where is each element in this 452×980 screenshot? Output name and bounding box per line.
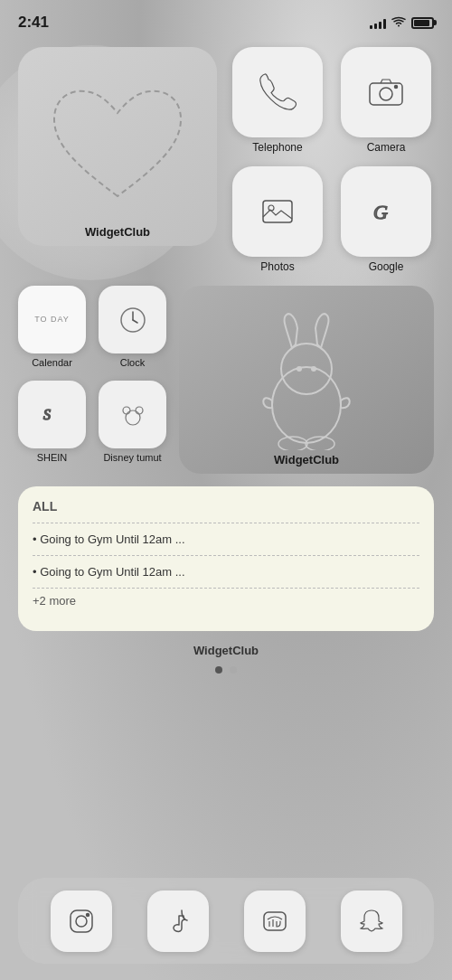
notes-widget[interactable]: ALL • Going to Gym Until 12am ... • Goin… [18, 486, 434, 631]
telephone-icon-box[interactable] [232, 47, 323, 137]
dock [18, 878, 434, 964]
svg-point-4 [395, 86, 398, 89]
google-app[interactable]: G Google [338, 166, 434, 273]
disney-app[interactable]: Disney tumut [99, 381, 166, 463]
status-icons [370, 16, 434, 29]
heart-widget-label: WidgetClub [85, 225, 150, 239]
svg-point-14 [281, 344, 332, 394]
app-col-right: Camera G Google [338, 47, 434, 273]
line-app[interactable] [244, 890, 306, 952]
page-dot-2 [230, 666, 237, 674]
rabbit-widget-label: WidgetClub [274, 453, 339, 466]
page-dot-1 [215, 666, 222, 674]
status-bar: 2:41 [0, 0, 452, 40]
photos-icon-box[interactable] [232, 166, 323, 257]
telephone-label: Telephone [252, 141, 302, 154]
svg-point-3 [380, 88, 392, 100]
snapchat-app[interactable] [341, 890, 402, 952]
clock-label: Clock [120, 357, 146, 368]
shein-label: SHEIN [37, 452, 68, 463]
small-app-grid: to Day Calendar Clock [18, 286, 166, 463]
photos-icon [258, 192, 297, 231]
instagram-app[interactable] [51, 890, 112, 952]
notes-item-2: • Going to Gym Until 12am ... [33, 561, 419, 582]
rabbit-widget[interactable]: WidgetClub [179, 286, 434, 474]
rabbit-drawing [243, 310, 370, 450]
svg-point-12 [136, 407, 143, 414]
notes-item-1: • Going to Gym Until 12am ... [33, 529, 419, 550]
calendar-icon-box[interactable]: to Day [18, 286, 86, 353]
svg-point-10 [126, 410, 140, 425]
svg-text:S: S [43, 407, 51, 422]
calendar-inner: to Day [18, 286, 86, 353]
signal-icon [370, 16, 386, 29]
svg-point-15 [297, 366, 302, 372]
calendar-app[interactable]: to Day Calendar [18, 286, 86, 368]
page-dots [0, 666, 452, 674]
app-grid: WidgetClub Telephone [0, 40, 452, 474]
clock-icon [118, 305, 148, 335]
heart-drawing [45, 79, 190, 214]
svg-line-8 [133, 320, 137, 323]
row2: to Day Calendar Clock [18, 286, 434, 474]
disney-icon [118, 400, 148, 430]
photos-app[interactable]: Photos [230, 166, 325, 273]
camera-icon [366, 72, 406, 112]
camera-label: Camera [367, 141, 406, 154]
snapchat-icon [357, 907, 386, 936]
google-icon-box[interactable]: G [341, 166, 431, 257]
notes-branding: WidgetClub [0, 644, 452, 657]
wifi-icon [391, 16, 406, 29]
svg-point-20 [76, 916, 87, 927]
notes-section-label: ALL [33, 499, 419, 514]
svg-rect-22 [264, 912, 286, 930]
camera-icon-box[interactable] [341, 47, 431, 137]
notes-more: +2 more [33, 594, 419, 608]
svg-point-11 [123, 407, 130, 414]
camera-app[interactable]: Camera [338, 47, 434, 154]
calendar-label: Calendar [32, 357, 72, 368]
shein-icon-box[interactable]: S [18, 381, 86, 448]
battery-icon [411, 17, 434, 29]
svg-point-16 [311, 366, 316, 372]
disney-icon-box[interactable] [99, 381, 166, 448]
phone-icon [258, 72, 297, 112]
photos-label: Photos [260, 260, 294, 273]
shein-icon: S [37, 400, 68, 430]
tiktok-app[interactable] [147, 890, 209, 952]
svg-text:G: G [373, 201, 388, 223]
svg-rect-0 [263, 201, 292, 222]
google-icon: G [366, 192, 406, 231]
instagram-icon [67, 907, 96, 936]
telephone-app[interactable]: Telephone [230, 47, 325, 154]
cal-today: to Day [34, 315, 70, 324]
notes-divider-3 [33, 588, 419, 589]
heart-widget[interactable]: WidgetClub [18, 47, 217, 246]
tiktok-icon [164, 907, 193, 936]
svg-point-1 [268, 205, 274, 211]
line-icon [260, 907, 289, 936]
shein-app[interactable]: S SHEIN [18, 381, 86, 463]
google-label: Google [369, 260, 404, 273]
clock-app[interactable]: Clock [99, 286, 166, 368]
clock-icon-box[interactable] [99, 286, 166, 353]
svg-point-21 [86, 913, 89, 916]
app-col-left: Telephone Photos [230, 47, 325, 273]
notes-divider-1 [33, 523, 419, 523]
notes-divider-2 [33, 555, 419, 556]
row1: WidgetClub Telephone [18, 47, 434, 273]
status-time: 2:41 [18, 14, 49, 32]
disney-label: Disney tumut [103, 452, 161, 463]
